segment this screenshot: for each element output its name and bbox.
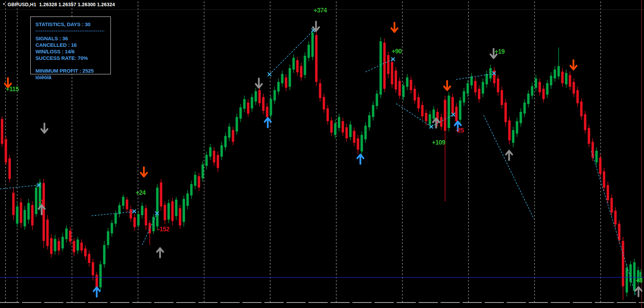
trendline-dashed [92,212,134,216]
candle-body [380,41,382,95]
candle-body [607,185,609,200]
candle-body [16,206,19,224]
statistics-panel: STATISTICS, DAYS : 30 ------------------… [30,17,111,74]
candle-body [486,74,488,84]
candle-body [361,135,363,151]
candle-body [285,77,287,88]
candle-body [224,136,227,147]
signal-arrow-up-icon [506,151,512,160]
candle-body [467,83,469,94]
signal-arrow-up-icon [357,155,363,164]
candle-body [391,62,393,84]
candle-body [28,203,30,220]
signal-arrow-up-icon [635,287,642,296]
candle-body [554,70,556,78]
candle-body [258,90,261,103]
candle-body [277,82,280,92]
x-marker-icon [268,73,271,76]
candle-body [183,199,185,222]
candle-body [205,155,208,166]
candle-body [603,171,605,188]
candle-body [395,71,397,89]
profit-label: +24 [136,189,146,196]
candle-body [489,68,492,78]
signal-arrow-down-icon [391,23,398,32]
candle-body [565,73,568,84]
candle-body [626,268,628,293]
candle-body [569,75,571,87]
candle-body [550,76,552,85]
signal-arrow-down-icon [256,78,262,88]
candle-body [630,264,632,282]
candle-body [130,209,132,219]
candle-body [243,99,246,109]
candle-body [573,82,575,94]
candle-body [338,117,340,128]
profit-label: -152 [158,226,170,233]
candle-body [633,262,636,291]
candle-body [145,208,147,225]
candle-body [179,208,181,225]
candle-body [531,86,534,96]
chart-title-bar: ▼ GBPUSD,H1 1.26328 1.26357 1.26300 1.26… [0,0,644,9]
candle-body [175,200,178,216]
candle-body [342,121,344,132]
candle-body [558,66,560,76]
candle-body [12,193,15,215]
profit-label: -1 [39,199,44,205]
candle-body [164,205,166,220]
candle-body [274,90,276,100]
candle-body [209,147,212,157]
candle-body [107,231,109,245]
candle-body [255,91,257,102]
candle-body [387,55,390,74]
x-marker-icon [133,210,136,213]
trendline-dashed [270,31,313,74]
candle-body [141,206,144,215]
candle-body [312,33,314,57]
candle-body [539,82,541,92]
candle-body [73,241,75,252]
candle-body [323,97,325,109]
candle-body [190,184,193,195]
candle-body [448,96,450,128]
signal-arrow-up-icon [94,287,100,297]
candle-body [508,120,511,140]
candle-body [111,223,113,233]
trendline-dashed [591,151,636,295]
candle-body [84,248,87,256]
candle-body [497,78,499,92]
candle-body [482,82,484,94]
candle-body [1,119,3,144]
candle-body [266,107,268,117]
candle-body [399,81,401,96]
candle-body [421,105,424,116]
profit-label: +109 [432,139,445,146]
candle-body [365,126,367,139]
candle-body [247,103,250,114]
candle-body [618,224,621,240]
candle-body [542,89,545,99]
signal-arrow-down-icon [141,167,147,177]
candle-body [501,90,503,105]
candle-body [126,200,128,209]
candle-body [452,97,454,114]
candle-body [232,130,234,142]
candle-body [137,214,140,225]
trendline-dashed [456,74,494,79]
candle-body [561,72,564,83]
candle-body [115,213,117,224]
signal-arrow-down-icon [41,124,47,133]
candle-body [319,83,321,98]
signal-arrow-up-icon [157,248,163,257]
candle-body [414,89,416,100]
candle-body [281,74,284,83]
candle-body [546,83,549,95]
profit-label: +8 [636,277,643,284]
candle-body [81,243,83,251]
candle-body [406,77,409,87]
candle-body [512,130,515,143]
symbol-dropdown-icon[interactable]: ▼ [2,2,6,6]
stats-cancelled: CANCELLED : 16 [35,42,110,48]
stats-success-rate: SUCCESS RATE: 70% [35,55,110,61]
